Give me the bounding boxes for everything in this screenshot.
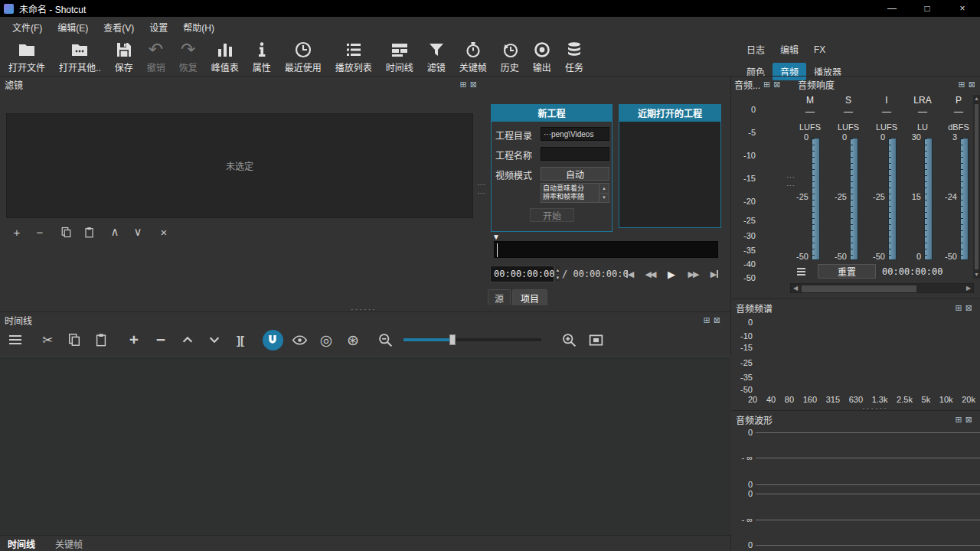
jobs-button[interactable]: 任务 — [558, 37, 590, 75]
zoom-fit-button[interactable] — [585, 329, 606, 350]
undo-button[interactable]: ↶ 撤销 — [140, 37, 172, 75]
lift-button[interactable] — [177, 329, 198, 350]
tab-logs[interactable]: 日志 — [739, 41, 773, 58]
reset-button[interactable]: 重置 — [818, 264, 876, 279]
move-filter-down-button[interactable]: ∨ — [129, 224, 147, 240]
keyframes-button[interactable]: 关键帧 — [452, 37, 494, 75]
timeline-button[interactable]: 时间线 — [379, 37, 420, 75]
ripple-markers-button[interactable]: ◎ — [315, 329, 337, 350]
deselect-filter-button[interactable]: × — [155, 224, 173, 240]
project-tab[interactable]: 项目 — [512, 289, 547, 305]
close-panel-icon[interactable]: ⊠ — [470, 80, 477, 89]
source-tab[interactable]: 源 — [488, 289, 511, 305]
spinner-down-icon[interactable]: ▼ — [599, 193, 609, 203]
scrubber-bar[interactable] — [494, 241, 718, 258]
timecode-up-icon[interactable]: ▲ — [555, 266, 560, 274]
rewind-button[interactable]: ◀◀ — [642, 266, 658, 282]
playlist-button[interactable]: 播放列表 — [328, 37, 379, 75]
open-file-button[interactable]: 打开文件 — [2, 37, 52, 75]
scroll-down-icon[interactable]: ▼ — [974, 271, 979, 279]
maximize-button[interactable]: □ — [910, 0, 945, 17]
paste-button[interactable] — [90, 329, 112, 350]
loudness-menu-button[interactable] — [793, 265, 808, 279]
move-filter-up-button[interactable]: ∧ — [106, 224, 124, 240]
timeline-tracks-area[interactable] — [0, 356, 731, 535]
tab-fx[interactable]: FX — [806, 42, 833, 57]
menu-file[interactable]: 文件(F) — [5, 18, 50, 37]
float-panel-icon[interactable]: ⊞ — [956, 304, 962, 312]
scroll-up-icon[interactable]: ▲ — [974, 95, 979, 103]
add-filter-button[interactable]: + — [8, 224, 26, 240]
play-button[interactable]: ▶ — [663, 266, 680, 282]
skip-to-start-button[interactable]: ◀ — [622, 266, 639, 282]
close-panel-icon[interactable]: ⊠ — [965, 416, 972, 424]
scrub-while-dragging-button[interactable] — [289, 329, 310, 350]
remove-filter-button[interactable]: − — [31, 224, 49, 240]
skip-to-end-button[interactable]: ▶ — [706, 266, 723, 282]
minimize-button[interactable]: — — [874, 0, 910, 17]
split-button[interactable]: ][ — [230, 329, 251, 350]
scroll-right-icon[interactable]: ▶ — [964, 285, 973, 292]
video-mode-auto-button[interactable]: 自动 — [541, 167, 609, 181]
close-button[interactable]: × — [945, 0, 980, 17]
zoom-in-button[interactable] — [558, 329, 580, 350]
recent-projects-list[interactable] — [619, 121, 721, 228]
zoom-slider-thumb[interactable] — [449, 334, 456, 345]
cut-button[interactable]: ✂ — [37, 329, 58, 350]
snap-toggle-button[interactable] — [262, 329, 283, 350]
menu-edit[interactable]: 编辑(E) — [50, 18, 96, 37]
loudness-hscrollbar[interactable]: ◀ ▶ — [790, 283, 974, 293]
menu-view[interactable]: 查看(V) — [96, 18, 142, 37]
zoom-slider-track[interactable] — [403, 338, 541, 341]
menu-help[interactable]: 帮助(H) — [175, 18, 222, 37]
statusbar-tab-timeline[interactable]: 时间线 — [0, 537, 46, 550]
splitter-handle[interactable]: ······ — [351, 306, 377, 312]
history-button[interactable]: 历史 — [494, 37, 526, 75]
scrollbar-thumb[interactable] — [802, 285, 916, 292]
menu-settings[interactable]: 设置 — [142, 18, 175, 37]
new-project-tab[interactable]: 新工程 — [491, 104, 612, 121]
scrollbar-thumb[interactable] — [975, 104, 978, 269]
tab-edit[interactable]: 编辑 — [773, 41, 806, 58]
paste-filters-button[interactable] — [80, 224, 98, 240]
overwrite-button[interactable] — [204, 329, 225, 350]
float-panel-icon[interactable]: ⊞ — [704, 316, 710, 324]
playhead-icon[interactable]: ▼ — [492, 233, 500, 241]
save-button[interactable]: 保存 — [108, 37, 140, 75]
filters-button[interactable]: 滤镜 — [420, 37, 452, 75]
splitter-handle[interactable]: ⋮⋮ — [479, 181, 485, 197]
start-button[interactable]: 开始 — [530, 208, 574, 222]
statusbar-tab-keyframes[interactable]: 关键帧 — [46, 537, 92, 550]
close-panel-icon[interactable]: ⊠ — [714, 316, 720, 324]
float-panel-icon[interactable]: ⊞ — [460, 80, 467, 89]
timecode-spinbox[interactable]: 00:00:00:00 ▲ ▼ — [490, 266, 554, 282]
float-panel-icon[interactable]: ⊞ — [956, 416, 962, 424]
project-name-input[interactable] — [541, 147, 609, 161]
ripple-delete-button[interactable]: − — [150, 329, 172, 350]
recent-projects-tab[interactable]: 近期打开的工程 — [619, 104, 721, 121]
recent-button[interactable]: 最近使用 — [278, 37, 328, 75]
center-playhead-button[interactable]: ⊛ — [342, 329, 364, 350]
open-other-button[interactable]: 打开其他.. — [52, 37, 108, 75]
timecode-down-icon[interactable]: ▼ — [555, 274, 560, 282]
timeline-menu-button[interactable] — [5, 329, 26, 350]
export-button[interactable]: 输出 — [526, 37, 558, 75]
project-dir-input[interactable] — [541, 127, 609, 141]
spinner-up-icon[interactable]: ▲ — [599, 184, 609, 193]
loudness-vscrollbar[interactable]: ▲ ▼ — [973, 95, 980, 279]
close-panel-icon[interactable]: ⊠ — [773, 80, 780, 89]
copy-filters-button[interactable] — [57, 224, 75, 240]
close-panel-icon[interactable]: ⊠ — [969, 80, 975, 89]
peak-meter-button[interactable]: 峰值表 — [204, 37, 246, 75]
fast-forward-button[interactable]: ▶▶ — [684, 266, 701, 282]
append-button[interactable]: + — [123, 329, 145, 350]
float-panel-icon[interactable]: ⊞ — [959, 80, 965, 89]
close-panel-icon[interactable]: ⊠ — [965, 304, 972, 312]
properties-button[interactable]: 属性 — [246, 37, 278, 75]
scroll-left-icon[interactable]: ◀ — [791, 285, 800, 292]
zoom-out-button[interactable] — [374, 329, 396, 350]
video-mode-spinner[interactable]: 自动意味着分 辨率和帧率随 ▲ ▼ — [541, 183, 609, 203]
redo-button[interactable]: ↷ 恢复 — [172, 37, 204, 75]
float-panel-icon[interactable]: ⊞ — [763, 80, 770, 89]
copy-button[interactable] — [64, 329, 85, 350]
